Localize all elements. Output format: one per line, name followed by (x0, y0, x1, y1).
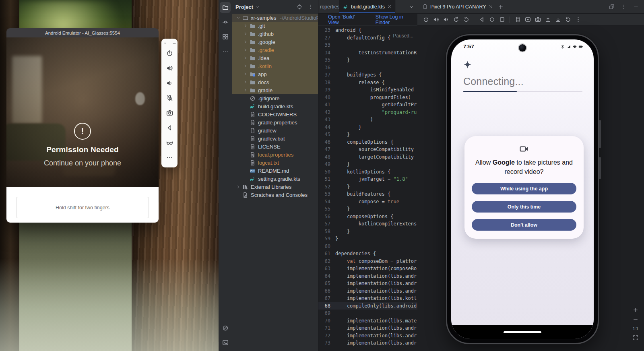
wifi-icon (572, 44, 577, 49)
tree-item-label: build.gradle.kts (258, 103, 293, 109)
camera-button[interactable] (163, 105, 176, 120)
power-button[interactable] (421, 15, 430, 24)
tree-item-settings-gradle-kts[interactable]: settings.gradle.kts (232, 175, 318, 183)
don-t-allow-button[interactable]: Don't allow (472, 219, 576, 231)
locate-button[interactable] (295, 3, 303, 11)
glasses-button[interactable] (163, 135, 176, 150)
open-window-button[interactable] (608, 3, 616, 11)
more-v-button[interactable] (620, 3, 628, 11)
commit-button[interactable] (220, 17, 231, 27)
bluetooth-status (560, 44, 565, 49)
tree-item-license[interactable]: LICENSE (232, 142, 318, 151)
structure-button[interactable] (220, 31, 231, 42)
minimize-button[interactable] (632, 3, 640, 11)
power-side-button (599, 157, 601, 179)
tree-item-readme-md[interactable]: README.md (232, 167, 318, 175)
more-h-button[interactable] (163, 150, 176, 165)
camera-button[interactable] (533, 15, 542, 24)
download-icon (555, 17, 561, 23)
line-number: 67 (318, 295, 335, 302)
volume-up-button[interactable] (163, 61, 176, 76)
emulator-titlebar[interactable]: Android Emulator - AI_Glasses:5554 (6, 28, 159, 37)
rotate-left-button[interactable] (452, 15, 460, 24)
code-editor[interactable]: 2327333435363738394041424344454647484950… (318, 26, 417, 351)
screenshot-button[interactable] (513, 15, 522, 24)
show-log-in-finder-link[interactable]: Show Log in Finder (376, 14, 417, 25)
tree-item-gradle[interactable]: .gradle (232, 46, 318, 54)
more-v-icon (575, 17, 581, 23)
tree-item-docs[interactable]: docs (232, 78, 318, 86)
screen-record-button[interactable] (523, 15, 532, 24)
code-line: } (335, 56, 417, 64)
minimize-button[interactable] (171, 41, 177, 46)
volume-down-button[interactable] (442, 15, 450, 24)
power-button[interactable] (163, 46, 176, 61)
only-this-time-button[interactable]: Only this time (472, 201, 576, 213)
tab-build-gradle-kts[interactable]: build.gradle.kts (339, 0, 396, 13)
close-button[interactable] (162, 41, 168, 46)
zoom-reset-label[interactable]: 1:1 (633, 326, 638, 331)
tree-item-codeowners[interactable]: CODEOWNERS (232, 110, 318, 118)
while-using-the-app-button[interactable]: While using the app (472, 183, 576, 194)
home-icon (489, 17, 495, 23)
more-v-button[interactable] (574, 15, 582, 24)
upload-button[interactable] (543, 15, 552, 24)
device-tab-label: Pixel 9 Pro API CANARY (430, 4, 486, 10)
tree-item-external-libraries[interactable]: External Libraries (232, 183, 318, 191)
tree-item-kotlin[interactable]: .kotlin (232, 62, 318, 70)
home-button[interactable] (487, 15, 496, 24)
problems-button[interactable] (220, 322, 231, 333)
gesture-handle[interactable] (504, 331, 541, 333)
tree-item-gradlew-bat[interactable]: gradlew.bat (232, 134, 318, 142)
folder-icon (249, 31, 256, 37)
tree-item-github[interactable]: .github (232, 30, 318, 38)
more-v-button[interactable] (307, 3, 315, 11)
close-tab-icon[interactable] (489, 4, 493, 9)
tree-item-logcat-txt[interactable]: logcat.txt (232, 159, 318, 167)
tab-gradle-properties[interactable]: roperties (318, 0, 339, 13)
tree-item-git[interactable]: .git (232, 22, 318, 30)
tree-item-idea[interactable]: .idea (232, 54, 318, 62)
tree-item-local-properties[interactable]: local.properties (232, 151, 318, 159)
tree-item-app[interactable]: app (232, 70, 318, 78)
tree-item-google[interactable]: .google (232, 38, 318, 46)
download-button[interactable] (553, 15, 562, 24)
tree-item-gradle-properties[interactable]: gradle.properties (232, 118, 318, 126)
code-line: buildFeatures { (335, 190, 417, 198)
back-button[interactable] (477, 15, 486, 24)
new-tab-icon[interactable] (498, 4, 504, 10)
zoom-out-icon[interactable] (633, 317, 638, 322)
permission-title: Permission Needed (6, 145, 159, 154)
zoom-in-icon[interactable] (633, 307, 638, 313)
close-tab-icon[interactable] (387, 4, 392, 9)
rotate-right-button[interactable] (462, 15, 471, 24)
tree-item-gitignore[interactable]: .gitignore (232, 94, 318, 102)
tree-item-xr-samples[interactable]: xr-samples~/AndroidStudioProj (232, 14, 318, 22)
signal-icon (566, 44, 571, 49)
overview-button[interactable] (497, 15, 506, 24)
tree-item-scratches-and-consoles[interactable]: Scratches and Consoles (232, 191, 318, 199)
mic-off-button[interactable] (163, 91, 176, 105)
more-h-button[interactable] (220, 45, 231, 56)
device-tab[interactable]: Pixel 9 Pro API CANARY (421, 0, 494, 13)
chevron-right-icon (242, 56, 249, 60)
tree-item-label: LICENSE (258, 144, 281, 150)
open-build-view-link[interactable]: Open 'Build' View (328, 14, 366, 25)
emulator-screen[interactable]: ! Permission Needed Continue on your pho… (6, 37, 159, 187)
volume-up-button[interactable] (431, 15, 440, 24)
restore-button[interactable] (564, 15, 572, 24)
tree-item-gradle[interactable]: gradle (232, 86, 318, 94)
line-number: 60 (318, 243, 335, 250)
tabs-dropdown-icon[interactable] (409, 4, 414, 9)
back-button[interactable] (163, 120, 176, 135)
tree-item-build-gradle-kts[interactable]: build.gradle.kts (232, 102, 318, 110)
project-panel-title[interactable]: Project (235, 4, 253, 10)
phone-screen[interactable]: 7:57 Connecting... Allow Google to (451, 39, 594, 339)
chevron-down-icon[interactable] (255, 5, 260, 9)
terminal-button[interactable] (220, 337, 231, 348)
tree-item-gradlew[interactable]: gradlew (232, 126, 318, 134)
volume-down-button[interactable] (163, 76, 176, 91)
project-button[interactable] (220, 2, 231, 13)
zoom-fit-icon[interactable] (633, 335, 638, 341)
code-line: implementation(libs.andr (335, 339, 417, 347)
